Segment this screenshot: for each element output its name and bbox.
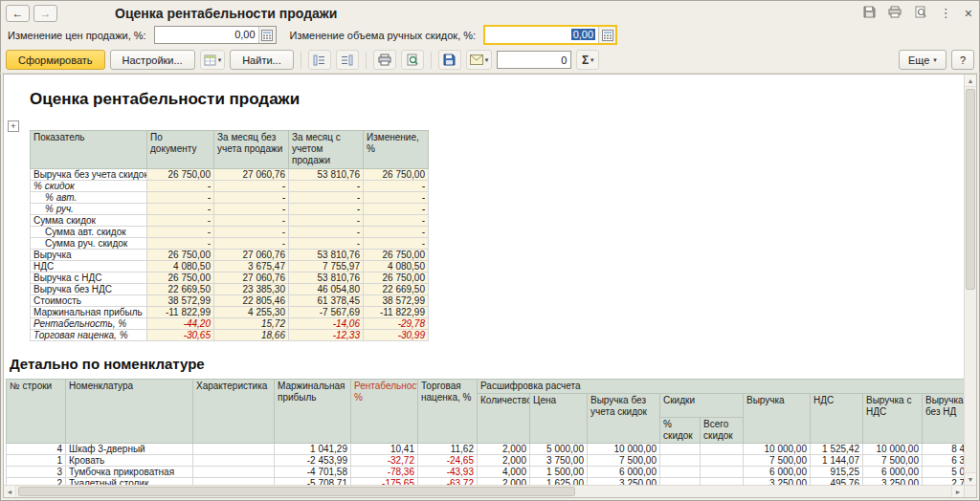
summary-cell[interactable]: 18,66 <box>214 330 289 341</box>
horizontal-scrollbar[interactable]: ◄ ► <box>4 485 964 497</box>
summary-cell[interactable]: 7 755,97 <box>289 261 364 272</box>
detail-cell[interactable]: 6 000,00 <box>588 467 660 478</box>
summary-cell[interactable]: 23 385,30 <box>214 284 289 295</box>
save-result-button[interactable] <box>438 50 461 70</box>
help-button[interactable]: ? <box>951 50 974 70</box>
save-icon[interactable] <box>863 6 876 20</box>
summary-cell[interactable]: - <box>289 215 364 227</box>
detail-cell[interactable] <box>701 455 744 467</box>
detail-cell[interactable]: 2,000 <box>478 478 530 486</box>
detail-cell[interactable]: 1 500,00 <box>530 467 588 478</box>
detail-header-revenue-no-discount[interactable]: Выручка без учета скидок <box>588 394 660 444</box>
summary-row-label[interactable]: Выручка с НДС <box>31 272 147 284</box>
summary-cell[interactable]: -44,20 <box>147 318 214 330</box>
scroll-left-icon[interactable]: ◄ <box>4 486 16 497</box>
summary-cell[interactable]: - <box>364 227 429 238</box>
detail-cell[interactable]: 495,76 <box>811 478 863 486</box>
summary-row-label[interactable]: Торговая наценка, % <box>31 330 147 341</box>
summary-cell[interactable]: - <box>364 192 429 204</box>
detail-cell[interactable]: -5 708,71 <box>275 478 351 486</box>
detail-header-revenue-without-vat[interactable]: Выручка без НД <box>923 394 965 444</box>
detail-header-price[interactable]: Цена <box>530 394 588 444</box>
detail-cell[interactable]: 6 3 <box>923 455 965 467</box>
detail-header-row-num[interactable]: № строки <box>7 380 66 444</box>
detail-header-profitability[interactable]: Рентабельность, % <box>351 380 418 444</box>
detail-cell[interactable]: -63,72 <box>418 478 478 486</box>
summary-row-label[interactable]: Выручка <box>31 250 147 261</box>
price-change-input[interactable]: 0,00 <box>154 26 277 44</box>
summary-cell[interactable]: - <box>289 181 364 192</box>
summary-header-change[interactable]: Изменение, % <box>364 131 429 169</box>
detail-cell[interactable]: 10 000,00 <box>588 444 660 455</box>
summary-cell[interactable]: - <box>214 238 289 250</box>
summary-cell[interactable]: 27 060,76 <box>214 250 289 261</box>
print-button[interactable] <box>373 50 396 70</box>
detail-cell[interactable]: 1 525,42 <box>811 444 863 455</box>
summary-row-label[interactable]: Рентабельность, % <box>31 318 147 330</box>
horizontal-scroll-thumb[interactable] <box>18 487 575 496</box>
scroll-right-icon[interactable]: ► <box>951 486 964 497</box>
detail-cell[interactable]: 3 250,00 <box>863 478 923 486</box>
detail-cell[interactable] <box>660 478 701 486</box>
collapse-groups-button[interactable] <box>336 50 359 70</box>
vertical-scrollbar[interactable]: ▲ ▼ <box>964 75 976 485</box>
detail-cell[interactable]: 10 000,00 <box>863 444 923 455</box>
close-icon[interactable]: × <box>965 7 972 20</box>
detail-cell[interactable]: Тумбочка прикроватная <box>66 467 193 478</box>
summary-cell[interactable]: - <box>214 215 289 227</box>
detail-header-revenue-with-vat[interactable]: Выручка с НДС <box>863 394 923 444</box>
detail-cell[interactable]: 2,000 <box>478 455 530 467</box>
detail-cell[interactable] <box>193 444 275 455</box>
summary-cell[interactable]: 27 060,76 <box>214 272 289 284</box>
detail-cell[interactable] <box>193 455 275 467</box>
detail-cell[interactable]: 2,000 <box>478 444 530 455</box>
summary-cell[interactable]: -11 822,99 <box>147 307 214 318</box>
find-button[interactable]: Найти... <box>230 50 294 70</box>
detail-cell[interactable]: -43,93 <box>418 467 478 478</box>
summary-row-label[interactable]: % скидок <box>31 181 147 192</box>
report-variants-split-button[interactable]: ▾ <box>200 50 226 70</box>
detail-cell[interactable] <box>701 444 744 455</box>
summary-cell[interactable]: -14,06 <box>289 318 364 330</box>
sum-field[interactable]: 0 <box>497 51 571 69</box>
detail-cell[interactable]: 3 750,00 <box>530 455 588 467</box>
summary-cell[interactable]: -11 822,99 <box>364 307 429 318</box>
summary-cell[interactable]: -30,99 <box>364 330 429 341</box>
summary-row-label[interactable]: Сумма скидок <box>31 215 147 227</box>
summary-cell[interactable]: 46 054,80 <box>289 284 364 295</box>
summary-cell[interactable]: - <box>147 192 214 204</box>
group-expander[interactable]: + <box>8 120 19 132</box>
summary-cell[interactable]: - <box>289 227 364 238</box>
summary-row-label[interactable]: Стоимость <box>31 295 147 307</box>
detail-cell[interactable]: -24,65 <box>418 455 478 467</box>
detail-header-calc-group[interactable]: Расшифровка расчета <box>478 380 965 394</box>
summary-cell[interactable]: - <box>147 204 214 215</box>
summary-cell[interactable]: 22 805,46 <box>214 295 289 307</box>
detail-cell[interactable]: -78,36 <box>351 467 418 478</box>
detail-cell[interactable]: -2 453,99 <box>275 455 351 467</box>
detail-cell[interactable]: 5 0 <box>923 467 965 478</box>
summary-cell[interactable]: - <box>214 192 289 204</box>
calculator-button[interactable] <box>598 27 615 43</box>
summary-cell[interactable]: 61 378,45 <box>289 295 364 307</box>
summary-cell[interactable]: 53 810,76 <box>289 250 364 261</box>
detail-cell[interactable]: 2 <box>7 478 66 486</box>
settings-button[interactable]: Настройки... <box>110 50 195 70</box>
detail-cell[interactable]: 4,000 <box>478 467 530 478</box>
summary-cell[interactable]: - <box>289 204 364 215</box>
autosum-split-button[interactable]: Σ ▾ <box>576 50 599 70</box>
detail-header-margin[interactable]: Маржинальная прибыль <box>275 380 351 444</box>
more-button[interactable]: Еще ▾ <box>899 50 947 70</box>
summary-cell[interactable]: 26 750,00 <box>147 169 214 181</box>
detail-cell[interactable]: 1 <box>7 455 66 467</box>
summary-cell[interactable]: - <box>364 215 429 227</box>
kebab-menu-icon[interactable]: ⋮ <box>940 7 952 19</box>
summary-cell[interactable]: 26 750,00 <box>364 169 429 181</box>
detail-cell[interactable] <box>660 467 701 478</box>
detail-header-revenue[interactable]: Выручка <box>744 394 811 444</box>
detail-cell[interactable] <box>660 455 701 467</box>
vertical-scroll-thumb[interactable] <box>966 89 975 290</box>
detail-cell[interactable]: 2 7 <box>923 478 965 486</box>
discount-change-input[interactable]: 0,00 <box>483 25 617 45</box>
detail-cell[interactable]: 1 144,07 <box>811 455 863 467</box>
